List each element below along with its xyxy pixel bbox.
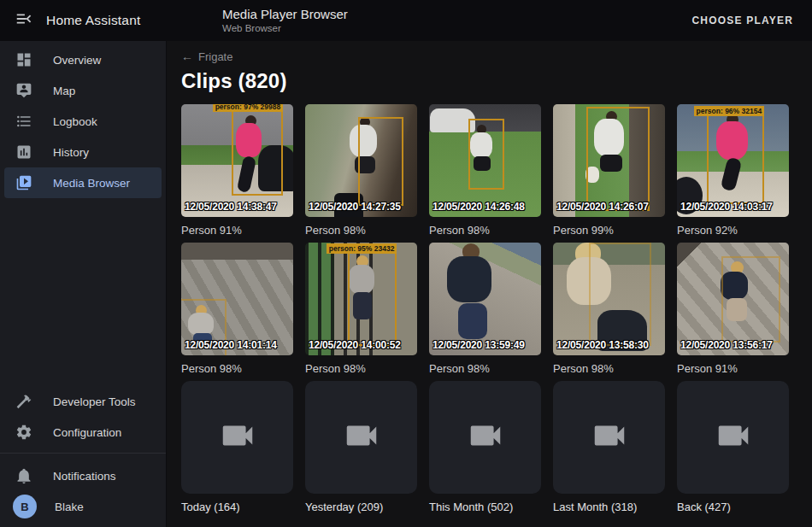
clip-thumbnail[interactable]: 12/05/2020 13:58:30 [553, 243, 665, 355]
player-title: Media Player Browser [222, 7, 348, 22]
sidebar-toggle-button[interactable] [14, 10, 34, 31]
clip-thumbnail[interactable]: person: 96% 32154 12/05/2020 14:03:17 [677, 104, 789, 217]
folder-label: Today (164) [181, 501, 293, 513]
sidebar-spacer [0, 198, 166, 386]
sidebar-item-label: Configuration [53, 426, 121, 439]
avatar: B [13, 495, 37, 518]
clip-thumbnail[interactable]: 12/05/2020 13:56:17 [677, 243, 789, 355]
detection-bbox [586, 107, 649, 212]
sidebar-header: Home Assistant [0, 10, 167, 31]
clip-thumbnail[interactable]: 12/05/2020 14:26:07 [553, 104, 665, 217]
breadcrumb-back-frigate[interactable]: ← Frigate [181, 50, 232, 63]
media-browser-content: ← Frigate Clips (820) person: 97% 29988 … [168, 41, 812, 527]
sidebar-item-map[interactable]: Map [4, 75, 162, 106]
sidebar-item-profile[interactable]: B Blake [4, 491, 162, 522]
clip-thumbnail[interactable]: 12/05/2020 14:27:35 [305, 104, 417, 217]
clip-card: 12/05/2020 14:27:35 Person 98% [305, 104, 417, 237]
sidebar-item-history[interactable]: History [4, 137, 162, 167]
sidebar-item-label: Media Browser [53, 177, 130, 190]
folder-card: Yesterday (209) [305, 381, 417, 513]
clip-timestamp: 12/05/2020 14:27:35 [309, 201, 401, 213]
clip-card: 12/05/2020 14:26:07 Person 99% [553, 104, 665, 237]
folder-tile[interactable] [305, 381, 417, 494]
hammer-icon [15, 393, 32, 410]
clip-card: 12/05/2020 13:59:49 Person 98% [429, 243, 541, 375]
folder-label: Back (427) [677, 501, 789, 513]
page-title: Clips (820) [181, 69, 812, 93]
sidebar-item-notifications[interactable]: Notifications [4, 460, 162, 491]
clip-card: 12/05/2020 13:58:30 Person 98% [553, 243, 665, 375]
clip-timestamp: 12/05/2020 14:38:47 [185, 201, 277, 213]
clip-caption: Person 98% [429, 224, 541, 237]
app-title: Home Assistant [46, 13, 140, 28]
folder-card: Today (164) [181, 381, 293, 513]
profile-name: Blake [55, 501, 84, 513]
video-camera-icon [590, 416, 629, 459]
clip-thumbnail[interactable]: 12/05/2020 14:01:14 [181, 243, 293, 355]
clip-thumbnail[interactable]: 12/05/2020 13:59:49 [429, 243, 541, 355]
video-camera-icon [342, 416, 381, 459]
detection-bbox [721, 256, 780, 343]
clip-timestamp: 12/05/2020 13:58:30 [556, 339, 649, 351]
sidebar-item-logbook[interactable]: Logbook [4, 106, 162, 137]
clip-timestamp: 12/05/2020 13:56:17 [680, 339, 773, 351]
sidebar-item-label: Logbook [53, 115, 97, 128]
clip-timestamp: 12/05/2020 14:26:48 [432, 201, 525, 213]
detection-bbox [358, 117, 404, 206]
sidebar-item-label: Overview [53, 54, 101, 67]
clip-card: person: 96% 32154 12/05/2020 14:03:17 Pe… [677, 104, 789, 237]
tooltip-account-icon [15, 82, 32, 99]
chart-box-icon [15, 143, 32, 161]
clip-thumbnail[interactable]: person: 97% 29988 12/05/2020 14:38:47 [181, 104, 293, 217]
home-assistant-window: Home Assistant Media Player Browser Web … [0, 0, 812, 527]
detection-bbox [468, 119, 504, 190]
sidebar-divider [0, 453, 166, 454]
detection-bbox: person: 96% 32154 [707, 114, 764, 205]
clip-caption: Person 98% [429, 362, 541, 375]
sidebar-item-developer-tools[interactable]: Developer Tools [4, 386, 162, 417]
gear-icon [15, 424, 32, 441]
clip-caption: Person 92% [677, 224, 789, 237]
clip-thumbnail[interactable]: person: 95% 23432 12/05/2020 14:00:52 [305, 243, 417, 355]
clip-timestamp: 12/05/2020 14:00:52 [309, 339, 401, 351]
folder-card: Back (427) [677, 381, 789, 513]
clip-caption: Person 91% [181, 224, 293, 237]
folder-card: Last Month (318) [553, 381, 665, 513]
clips-grid: person: 97% 29988 12/05/2020 14:38:47 Pe… [181, 104, 812, 513]
sidebar-item-media-browser[interactable]: Media Browser [4, 167, 162, 198]
folder-tile[interactable] [677, 381, 789, 494]
folder-tile[interactable] [553, 381, 665, 494]
clip-caption: Person 91% [677, 362, 789, 375]
folder-label: Yesterday (209) [305, 501, 417, 513]
sidebar-item-label: History [53, 146, 89, 159]
back-arrow-icon: ← [181, 50, 193, 63]
clip-caption: Person 98% [553, 362, 665, 375]
player-title-block: Media Player Browser Web Browser [222, 7, 348, 34]
top-bar: Home Assistant Media Player Browser Web … [0, 0, 812, 41]
detection-label: person: 95% 23432 [327, 243, 397, 254]
menu-open-icon [15, 9, 33, 32]
sidebar-item-label: Map [53, 85, 75, 97]
detection-bbox: person: 97% 29988 [232, 110, 283, 196]
play-box-multiple-icon [15, 174, 32, 191]
scene-shape [458, 303, 487, 339]
clip-caption: Person 98% [305, 224, 417, 237]
video-camera-icon [714, 416, 753, 459]
list-bulleted-icon [15, 113, 32, 130]
sidebar-item-label: Notifications [53, 470, 116, 483]
clip-timestamp: 12/05/2020 14:03:17 [680, 201, 773, 213]
clip-card: person: 97% 29988 12/05/2020 14:38:47 Pe… [181, 104, 293, 237]
clip-card: person: 95% 23432 12/05/2020 14:00:52 Pe… [305, 243, 417, 375]
sidebar-item-label: Developer Tools [53, 395, 136, 408]
video-camera-icon [218, 416, 257, 459]
media-browser-header: Media Player Browser Web Browser CHOOSE … [167, 0, 812, 41]
clip-timestamp: 12/05/2020 14:01:14 [185, 339, 277, 351]
sidebar-item-configuration[interactable]: Configuration [4, 417, 162, 448]
clip-thumbnail[interactable]: 12/05/2020 14:26:48 [429, 104, 541, 217]
sidebar-item-overview[interactable]: Overview [4, 44, 162, 75]
choose-player-button[interactable]: CHOOSE PLAYER [685, 8, 800, 33]
scene-shape [447, 256, 491, 302]
detection-bbox: person: 95% 23432 [348, 252, 397, 347]
folder-tile[interactable] [181, 381, 293, 494]
folder-tile[interactable] [429, 381, 541, 494]
